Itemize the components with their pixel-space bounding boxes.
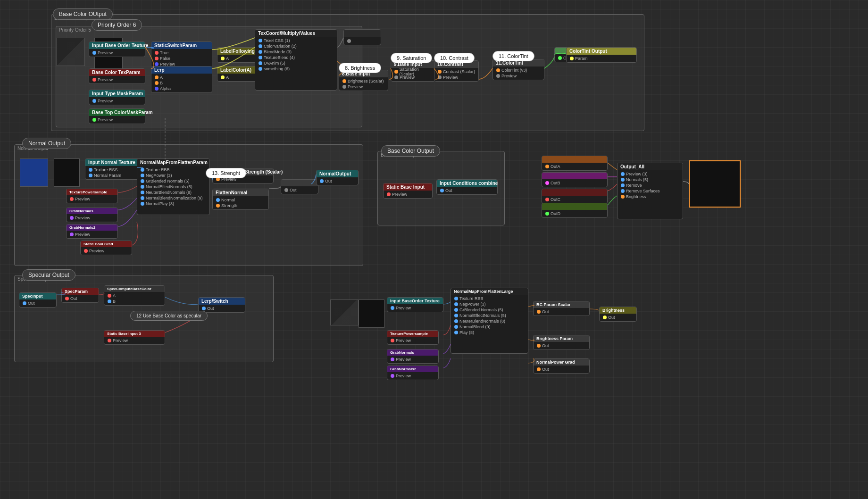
node-bottom-small-2[interactable]: GrabNormals Preview: [387, 349, 439, 364]
node-contrast[interactable]: 10.Contrast Contrast (Scalar) Preview: [434, 60, 479, 82]
node-bottom-output-1[interactable]: BC Param Scalar Out: [533, 301, 590, 316]
badge-saturation: 9. Saturation: [391, 53, 432, 63]
node-right-4[interactable]: OutD: [542, 203, 608, 218]
node-large-center[interactable]: TexCoord/Multiply/Values Texel CSS (1) C…: [255, 29, 337, 91]
node-right-1[interactable]: OutA: [542, 156, 608, 171]
node-bottom-small-3[interactable]: GrabNormals2 Preview: [387, 366, 439, 380]
node-small-1[interactable]: [343, 29, 381, 45]
node-bc2-input[interactable]: Static Base Input Preview: [383, 183, 433, 199]
texture-preview-normal-dark: [54, 158, 80, 187]
badge-contrast: 10. Contrast: [434, 53, 475, 63]
badge-base-color-2: Base Color Output: [381, 145, 440, 157]
node-input-1[interactable]: Input Base Order Texture Preview: [89, 42, 145, 57]
node-switch-1[interactable]: StaticSwitchParam True False Preview: [151, 42, 212, 68]
node-spec-compute-1[interactable]: SpecComputeBaseColor A B: [104, 285, 165, 306]
node-param-2[interactable]: Base Color TexParam Preview: [89, 68, 145, 84]
badge-specular-output: Specular Output: [22, 269, 75, 281]
node-right-3[interactable]: OutC: [542, 189, 608, 204]
node-right-2[interactable]: OutB: [542, 172, 608, 187]
node-normal-output-r1[interactable]: Out: [281, 179, 318, 194]
node-normal-small-2[interactable]: GrabNormals Preview: [66, 208, 118, 222]
node-bottom-output-2[interactable]: Brightness Param Out: [533, 335, 590, 350]
badge-brightness: 8. Brightness: [339, 63, 381, 73]
node-param-3[interactable]: Input Type MaskParam Preview: [89, 90, 145, 105]
node-normal-input[interactable]: Input Normal Texture Texture RSS Normal …: [85, 158, 142, 180]
node-lerp-1[interactable]: Lerp A B Alpha: [151, 66, 212, 93]
badge-strength: 13. Strenght: [206, 168, 246, 178]
texture-preview-1: [57, 38, 85, 66]
node-normal-small-1[interactable]: TexturePowersample Preview: [66, 189, 118, 203]
canvas: Base Color Output Priority Order 5 Base …: [0, 0, 868, 499]
node-normal-compute[interactable]: NormalMapFromFlattenParam Texture RBB Ne…: [137, 158, 210, 215]
node-bc2-condition[interactable]: Input Conditions combine Out: [436, 179, 498, 195]
node-bottom-large[interactable]: NormalMapFromFlattenLarge Texture RBB Ne…: [451, 288, 528, 354]
node-bottom-output-3[interactable]: NormalPower Grad Out: [533, 358, 590, 374]
texture-preview-right: [689, 160, 741, 208]
texture-preview-normal: [20, 158, 48, 187]
node-spec-input-1[interactable]: SpecInput Out: [19, 292, 57, 308]
node-colortint[interactable]: 11.ColorTint ColorTint (v3) Preview: [492, 59, 544, 80]
texture-preview-bottom-2: [359, 299, 384, 328]
node-spec-input-2[interactable]: SpecParam Out: [61, 288, 99, 303]
badge-colortint: 11. ColorTint: [492, 51, 534, 61]
node-saturation[interactable]: 9.Base Input Saturation (Scalar) Preview: [391, 60, 435, 82]
node-right-large[interactable]: Output_All Preview (3) Normals (5) Remov…: [617, 163, 683, 219]
badge-priority-order: Priority Order 6: [92, 19, 142, 31]
node-bottom-input[interactable]: Input BaseOrder Texture Preview: [387, 297, 443, 312]
node-far-bottom-1[interactable]: Brightness Out: [599, 307, 637, 322]
node-param-4[interactable]: Base Top ColorMaskParam Preview: [89, 108, 145, 124]
node-bottom-small-1[interactable]: TexturePowersample Preview: [387, 330, 439, 345]
node-spec-lerp[interactable]: Lerp/Switch Out: [198, 297, 245, 313]
badge-base-specular: 12 Use Base Color as specular: [130, 311, 208, 321]
node-normal-output-r2[interactable]: NormalOutput Out: [316, 170, 359, 185]
node-normal-small-4[interactable]: Static Bool Grad Preview: [80, 241, 132, 255]
node-far-right-2[interactable]: ColorTint Output Param: [566, 47, 637, 63]
node-flatten-strength[interactable]: FlattenNormal Normal Strength: [212, 189, 269, 210]
texture-preview-bottom-1: [330, 299, 359, 325]
node-spec-input-3[interactable]: Static Base Input 3 Preview: [104, 330, 165, 345]
node-normal-small-3[interactable]: GrabNormals2 Preview: [66, 224, 118, 239]
badge-base-color: Base Color OUtput: [53, 8, 113, 20]
badge-normal-output: Normal Output: [22, 138, 71, 149]
